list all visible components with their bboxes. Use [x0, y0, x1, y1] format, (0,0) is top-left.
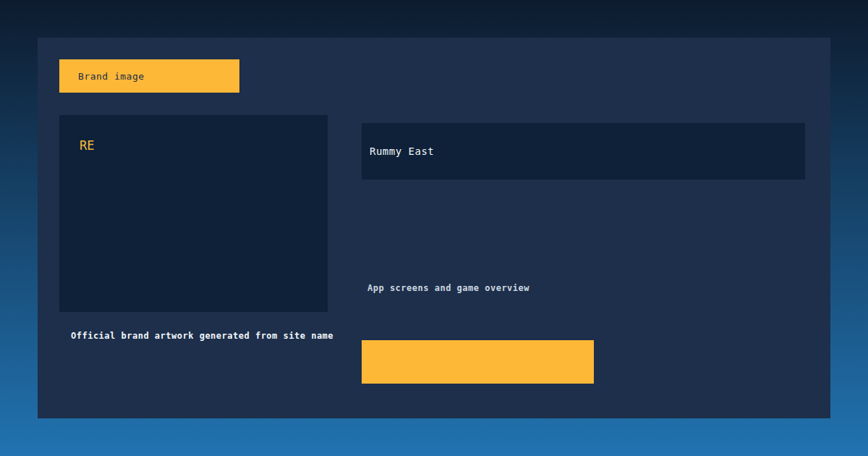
page-background: Brand image RE Official brand artwork ge…	[0, 0, 868, 456]
brand-image-badge-label: Brand image	[78, 71, 145, 82]
brand-artwork-panel: RE	[59, 115, 328, 312]
cta-placeholder	[362, 340, 594, 384]
overview-subtitle: App screens and game overview	[367, 283, 529, 293]
brand-monogram: RE	[80, 138, 94, 153]
brand-image-badge: Brand image	[59, 59, 239, 93]
site-title-panel: Rummy East	[362, 123, 805, 180]
artwork-caption: Official brand artwork generated from si…	[71, 331, 333, 341]
preview-card: Brand image RE Official brand artwork ge…	[38, 38, 830, 418]
site-title: Rummy East	[370, 145, 434, 157]
